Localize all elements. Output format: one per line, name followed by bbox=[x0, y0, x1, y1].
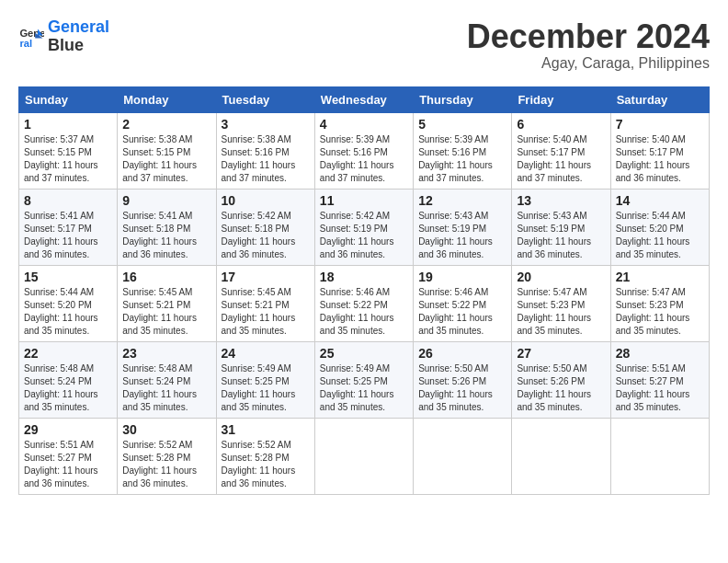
day-detail: Sunrise: 5:40 AMSunset: 5:17 PMDaylight:… bbox=[616, 133, 704, 185]
day-detail: Sunrise: 5:43 AMSunset: 5:19 PMDaylight:… bbox=[418, 210, 506, 261]
day-detail: Sunrise: 5:39 AMSunset: 5:16 PMDaylight:… bbox=[320, 133, 408, 185]
day-detail: Sunrise: 5:41 AMSunset: 5:18 PMDaylight:… bbox=[122, 210, 210, 261]
weekday-header-thursday: Thursday bbox=[414, 86, 512, 112]
calendar-cell: 5Sunrise: 5:39 AMSunset: 5:16 PMDaylight… bbox=[414, 112, 512, 189]
day-detail: Sunrise: 5:41 AMSunset: 5:17 PMDaylight:… bbox=[24, 210, 112, 261]
calendar-cell: 9Sunrise: 5:41 AMSunset: 5:18 PMDaylight… bbox=[118, 189, 216, 265]
day-number: 21 bbox=[616, 270, 704, 284]
day-number: 18 bbox=[320, 270, 408, 284]
day-detail: Sunrise: 5:48 AMSunset: 5:24 PMDaylight:… bbox=[122, 362, 210, 414]
day-detail: Sunrise: 5:46 AMSunset: 5:22 PMDaylight:… bbox=[320, 286, 408, 338]
calendar-cell: 2Sunrise: 5:38 AMSunset: 5:15 PMDaylight… bbox=[118, 112, 216, 189]
day-detail: Sunrise: 5:38 AMSunset: 5:16 PMDaylight:… bbox=[222, 133, 310, 185]
day-number: 3 bbox=[222, 117, 310, 132]
day-number: 16 bbox=[122, 270, 210, 284]
weekday-header-saturday: Saturday bbox=[610, 86, 709, 112]
day-detail: Sunrise: 5:40 AMSunset: 5:17 PMDaylight:… bbox=[517, 133, 605, 185]
calendar-cell: 14Sunrise: 5:44 AMSunset: 5:20 PMDayligh… bbox=[610, 189, 709, 265]
day-number: 4 bbox=[320, 117, 408, 132]
day-number: 23 bbox=[122, 346, 210, 361]
title-block: December 2024 Agay, Caraga, Philippines bbox=[467, 18, 710, 72]
weekday-header-monday: Monday bbox=[118, 86, 216, 112]
day-number: 30 bbox=[122, 422, 210, 437]
weekday-header-friday: Friday bbox=[512, 86, 610, 112]
day-number: 29 bbox=[24, 422, 112, 437]
calendar-cell: 25Sunrise: 5:49 AMSunset: 5:25 PMDayligh… bbox=[314, 341, 413, 418]
day-number: 31 bbox=[222, 422, 310, 437]
day-detail: Sunrise: 5:42 AMSunset: 5:19 PMDaylight:… bbox=[320, 210, 408, 261]
calendar-cell: 6Sunrise: 5:40 AMSunset: 5:17 PMDaylight… bbox=[512, 112, 610, 189]
calendar-cell: 11Sunrise: 5:42 AMSunset: 5:19 PMDayligh… bbox=[314, 189, 413, 265]
calendar-cell: 28Sunrise: 5:51 AMSunset: 5:27 PMDayligh… bbox=[610, 341, 709, 418]
weekday-header-wednesday: Wednesday bbox=[314, 86, 413, 112]
calendar-cell: 13Sunrise: 5:43 AMSunset: 5:19 PMDayligh… bbox=[512, 189, 610, 265]
calendar-cell bbox=[414, 418, 512, 494]
day-number: 24 bbox=[222, 346, 310, 361]
day-detail: Sunrise: 5:50 AMSunset: 5:26 PMDaylight:… bbox=[418, 362, 506, 414]
calendar-cell: 15Sunrise: 5:44 AMSunset: 5:20 PMDayligh… bbox=[19, 265, 118, 341]
day-detail: Sunrise: 5:47 AMSunset: 5:23 PMDaylight:… bbox=[616, 286, 704, 338]
day-number: 13 bbox=[517, 193, 605, 208]
day-detail: Sunrise: 5:43 AMSunset: 5:19 PMDaylight:… bbox=[517, 210, 605, 261]
day-detail: Sunrise: 5:52 AMSunset: 5:28 PMDaylight:… bbox=[222, 439, 310, 490]
calendar-cell: 10Sunrise: 5:42 AMSunset: 5:18 PMDayligh… bbox=[216, 189, 314, 265]
calendar-cell: 23Sunrise: 5:48 AMSunset: 5:24 PMDayligh… bbox=[118, 341, 216, 418]
day-detail: Sunrise: 5:44 AMSunset: 5:20 PMDaylight:… bbox=[616, 210, 704, 261]
day-number: 22 bbox=[24, 346, 112, 361]
svg-text:ral: ral bbox=[19, 38, 32, 49]
day-detail: Sunrise: 5:42 AMSunset: 5:18 PMDaylight:… bbox=[222, 210, 310, 261]
calendar-cell: 4Sunrise: 5:39 AMSunset: 5:16 PMDaylight… bbox=[314, 112, 413, 189]
day-detail: Sunrise: 5:51 AMSunset: 5:27 PMDaylight:… bbox=[616, 362, 704, 414]
calendar-cell: 20Sunrise: 5:47 AMSunset: 5:23 PMDayligh… bbox=[512, 265, 610, 341]
day-number: 25 bbox=[320, 346, 408, 361]
day-detail: Sunrise: 5:49 AMSunset: 5:25 PMDaylight:… bbox=[320, 362, 408, 414]
calendar-table: SundayMondayTuesdayWednesdayThursdayFrid… bbox=[18, 86, 710, 495]
calendar-cell: 8Sunrise: 5:41 AMSunset: 5:17 PMDaylight… bbox=[19, 189, 118, 265]
day-number: 28 bbox=[616, 346, 704, 361]
weekday-header-tuesday: Tuesday bbox=[216, 86, 314, 112]
day-detail: Sunrise: 5:48 AMSunset: 5:24 PMDaylight:… bbox=[24, 362, 112, 414]
day-detail: Sunrise: 5:45 AMSunset: 5:21 PMDaylight:… bbox=[222, 286, 310, 338]
calendar-week-row: 22Sunrise: 5:48 AMSunset: 5:24 PMDayligh… bbox=[19, 341, 710, 418]
day-detail: Sunrise: 5:38 AMSunset: 5:15 PMDaylight:… bbox=[122, 133, 210, 185]
day-detail: Sunrise: 5:51 AMSunset: 5:27 PMDaylight:… bbox=[24, 439, 112, 490]
day-number: 12 bbox=[418, 193, 506, 208]
day-detail: Sunrise: 5:47 AMSunset: 5:23 PMDaylight:… bbox=[517, 286, 605, 338]
calendar-subtitle: Agay, Caraga, Philippines bbox=[467, 55, 710, 72]
calendar-week-row: 1Sunrise: 5:37 AMSunset: 5:15 PMDaylight… bbox=[19, 112, 710, 189]
page-header: Gene ral GeneralBlue December 2024 Agay,… bbox=[18, 18, 710, 72]
calendar-cell: 16Sunrise: 5:45 AMSunset: 5:21 PMDayligh… bbox=[118, 265, 216, 341]
day-detail: Sunrise: 5:37 AMSunset: 5:15 PMDaylight:… bbox=[24, 133, 112, 185]
calendar-cell: 22Sunrise: 5:48 AMSunset: 5:24 PMDayligh… bbox=[19, 341, 118, 418]
calendar-cell: 18Sunrise: 5:46 AMSunset: 5:22 PMDayligh… bbox=[314, 265, 413, 341]
calendar-cell: 1Sunrise: 5:37 AMSunset: 5:15 PMDaylight… bbox=[19, 112, 118, 189]
weekday-header-row: SundayMondayTuesdayWednesdayThursdayFrid… bbox=[19, 86, 710, 112]
day-number: 2 bbox=[122, 117, 210, 132]
calendar-cell: 30Sunrise: 5:52 AMSunset: 5:28 PMDayligh… bbox=[118, 418, 216, 494]
day-number: 8 bbox=[24, 193, 112, 208]
calendar-cell: 19Sunrise: 5:46 AMSunset: 5:22 PMDayligh… bbox=[414, 265, 512, 341]
day-number: 17 bbox=[222, 270, 310, 284]
logo-icon: Gene ral bbox=[18, 24, 44, 50]
day-detail: Sunrise: 5:50 AMSunset: 5:26 PMDaylight:… bbox=[517, 362, 605, 414]
calendar-cell: 21Sunrise: 5:47 AMSunset: 5:23 PMDayligh… bbox=[610, 265, 709, 341]
day-number: 11 bbox=[320, 193, 408, 208]
calendar-week-row: 15Sunrise: 5:44 AMSunset: 5:20 PMDayligh… bbox=[19, 265, 710, 341]
day-number: 26 bbox=[418, 346, 506, 361]
day-number: 5 bbox=[418, 117, 506, 132]
calendar-cell bbox=[314, 418, 413, 494]
calendar-cell bbox=[610, 418, 709, 494]
day-detail: Sunrise: 5:49 AMSunset: 5:25 PMDaylight:… bbox=[222, 362, 310, 414]
day-detail: Sunrise: 5:52 AMSunset: 5:28 PMDaylight:… bbox=[122, 439, 210, 490]
calendar-title: December 2024 bbox=[467, 18, 710, 55]
day-number: 7 bbox=[616, 117, 704, 132]
calendar-cell: 29Sunrise: 5:51 AMSunset: 5:27 PMDayligh… bbox=[19, 418, 118, 494]
day-number: 19 bbox=[418, 270, 506, 284]
day-number: 1 bbox=[24, 117, 112, 132]
day-detail: Sunrise: 5:39 AMSunset: 5:16 PMDaylight:… bbox=[418, 133, 506, 185]
calendar-week-row: 8Sunrise: 5:41 AMSunset: 5:17 PMDaylight… bbox=[19, 189, 710, 265]
day-detail: Sunrise: 5:45 AMSunset: 5:21 PMDaylight:… bbox=[122, 286, 210, 338]
day-number: 27 bbox=[517, 346, 605, 361]
calendar-week-row: 29Sunrise: 5:51 AMSunset: 5:27 PMDayligh… bbox=[19, 418, 710, 494]
calendar-cell: 3Sunrise: 5:38 AMSunset: 5:16 PMDaylight… bbox=[216, 112, 314, 189]
